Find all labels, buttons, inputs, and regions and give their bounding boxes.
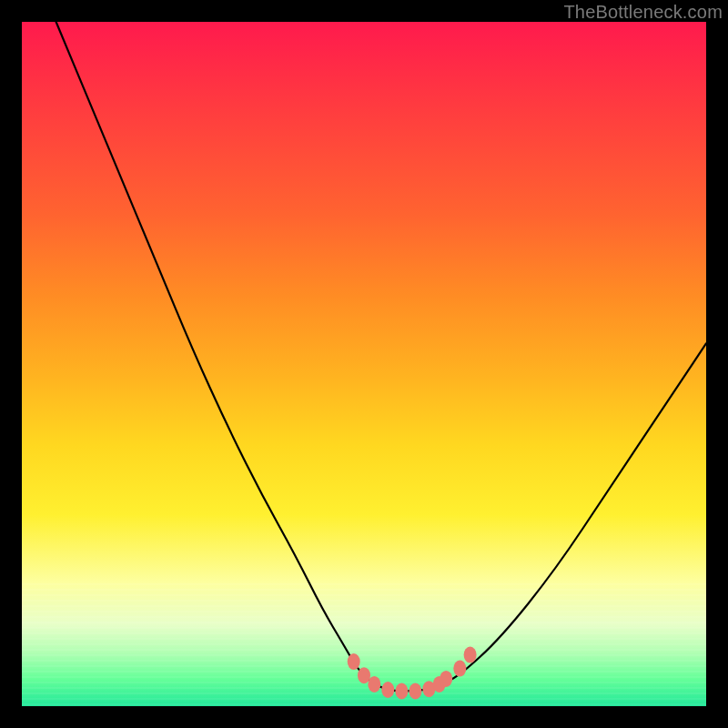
highlight-dot [440,671,452,687]
highlight-dot [381,682,394,698]
curve-layer [22,22,706,706]
highlight-dot [395,683,408,700]
highlight-dot [453,661,466,677]
highlight-dot [368,676,380,693]
highlight-dot [409,683,421,700]
plot-area [22,22,706,706]
bottleneck-curve [56,22,706,692]
watermark-text: TheBottleneck.com [563,2,723,23]
highlight-dots [348,647,477,700]
highlight-dot [348,653,360,670]
chart-frame: TheBottleneck.com [0,0,728,728]
highlight-dot [464,647,477,663]
